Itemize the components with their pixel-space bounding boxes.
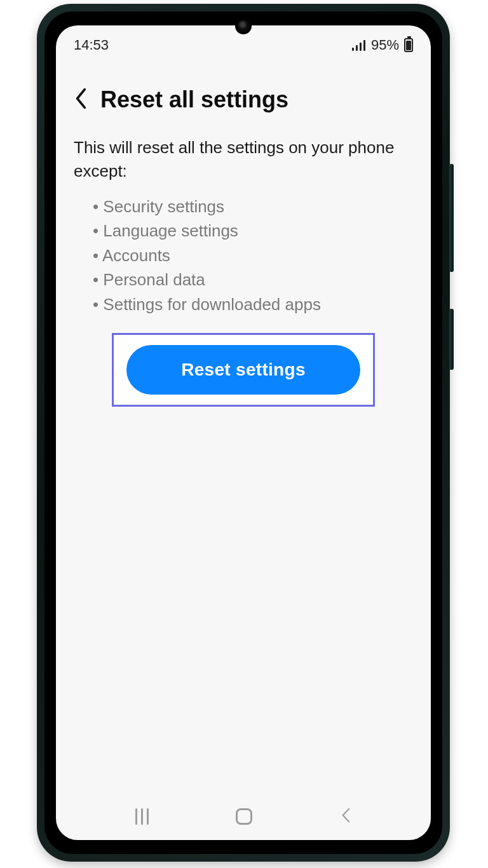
list-item: Language settings: [93, 219, 413, 243]
front-camera: [235, 18, 252, 34]
list-item: Personal data: [93, 268, 413, 292]
device-bezel: 14:53 95% Reset all s: [44, 11, 442, 854]
reset-settings-button[interactable]: Reset settings: [126, 345, 360, 395]
volume-button: [449, 164, 454, 272]
back-button[interactable]: [74, 87, 88, 112]
list-item: Security settings: [93, 194, 413, 219]
exceptions-list: Security settings Language settings Acco…: [74, 194, 413, 316]
title-bar: Reset all settings: [74, 86, 413, 113]
navigation-bar: [56, 807, 431, 826]
battery-percent: 95%: [371, 37, 399, 53]
chevron-left-icon: [74, 87, 88, 110]
battery-icon: [404, 38, 413, 52]
page-body: Reset all settings This will reset all t…: [56, 53, 431, 407]
status-right: 95%: [352, 37, 413, 53]
list-item: Accounts: [93, 243, 413, 268]
device-frame: 14:53 95% Reset all s: [37, 4, 450, 862]
signal-icon: [352, 39, 366, 51]
page-title: Reset all settings: [100, 86, 288, 113]
screen: 14:53 95% Reset all s: [56, 25, 431, 840]
intro-text: This will reset all the settings on your…: [74, 136, 413, 183]
reset-highlight: Reset settings: [112, 333, 375, 407]
list-item: Settings for downloaded apps: [93, 292, 413, 316]
status-time: 14:53: [74, 37, 109, 53]
chevron-left-icon: [340, 807, 351, 824]
recents-button[interactable]: [135, 808, 149, 825]
nav-back-button[interactable]: [340, 807, 351, 826]
power-button: [449, 309, 454, 370]
home-button[interactable]: [236, 808, 252, 825]
